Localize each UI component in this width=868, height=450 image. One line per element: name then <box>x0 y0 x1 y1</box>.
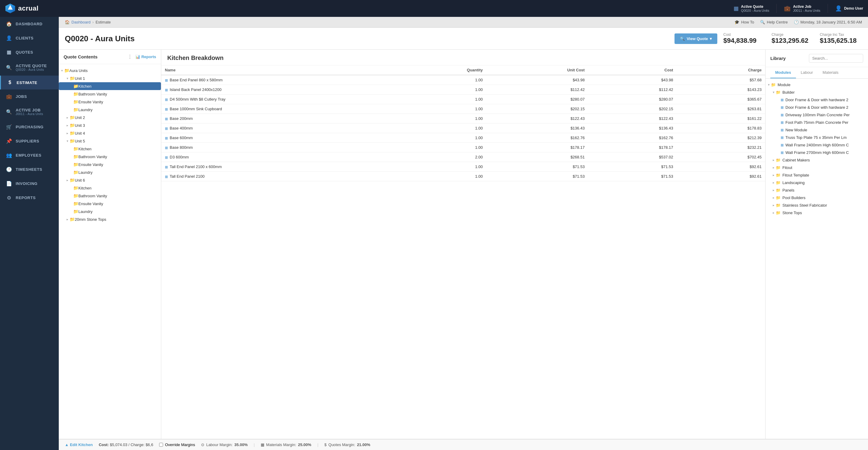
sidebar-item-employees[interactable]: 👥 EMPLOYEES <box>0 148 59 162</box>
more-options-icon[interactable]: ⋮ <box>127 54 132 60</box>
library-search-input[interactable] <box>809 54 863 63</box>
sidebar-item-reports[interactable]: ⊙ REPORTS <box>0 191 59 205</box>
table-row[interactable]: ▦Base 400mm 1.00 $136.43 $136.43 $178.83 <box>161 124 765 133</box>
tree-item-kitchen[interactable]: 📁 Kitchen <box>59 82 161 90</box>
lib-item-panels[interactable]: ▸📁Panels <box>766 187 868 194</box>
lib-item-pool_builders[interactable]: ▸📁Pool Builders <box>766 194 868 201</box>
row-qty: 1.00 <box>391 133 487 143</box>
tree-item-bathroom_vanity_1[interactable]: 📁 Bathroom Vanity <box>59 90 161 98</box>
sidebar-item-purchasing[interactable]: 🛒 PURCHASING <box>0 120 59 134</box>
sidebar-item-timesheets[interactable]: 🕐 TIMESHEETS <box>0 162 59 176</box>
lib-item-fitout_template[interactable]: ▸📁Fitout Template <box>766 171 868 179</box>
sidebar-item-estimate[interactable]: $ ESTIMATE <box>0 75 59 90</box>
tree-icon: ▸ <box>67 218 68 221</box>
table-row[interactable]: ▦Base 600mm 1.00 $162.76 $162.76 $212.39 <box>161 133 765 143</box>
lib-item-foot_path[interactable]: ▾▦Foot Path 75mm Plain Concrete Per <box>766 119 868 126</box>
table-row[interactable]: ▦Island Back Panel 2400x1200 1.00 $112.4… <box>161 85 765 95</box>
user-badge[interactable]: 👤 Demo User <box>835 5 863 12</box>
main-layout: 🏠 DASHBOARD 👤 CLIENTS ▦ QUOTES 🔍 ACTIVE … <box>0 17 868 450</box>
breadcrumb-home[interactable]: Dashboard <box>71 20 91 24</box>
lib-item-landscaping[interactable]: ▸📁Landscaping <box>766 179 868 187</box>
tree-item-ensuite_vanity_6[interactable]: 📁 Ensuite Vanity <box>59 200 161 207</box>
row-qty: 1.00 <box>391 114 487 124</box>
tree-item-ensuite_vanity_5[interactable]: 📁 Ensuite Vanity <box>59 161 161 168</box>
tree-item-unit4[interactable]: ▸ 📁 Unit 4 <box>59 129 161 137</box>
tree-item-laundry_5[interactable]: 📁 Laundry <box>59 168 161 176</box>
edit-kitchen-button[interactable]: ▲ Edit Kitchen <box>65 443 93 447</box>
lib-item-module[interactable]: ▾📁Module <box>766 81 868 89</box>
view-quote-button[interactable]: 🔍 View Quote ▾ <box>675 33 717 44</box>
library-tabs: Modules Labour Materials <box>766 67 868 78</box>
row-unit-cost: $202.15 <box>487 104 588 114</box>
table-row[interactable]: ▦Base End Panel 860 x 580mm 1.00 $43.98 … <box>161 75 765 85</box>
lib-item-new_module[interactable]: ▾▦New Module <box>766 126 868 134</box>
table-row[interactable]: ▦Tall End Panel 2100 x 600mm 1.00 $71.53… <box>161 162 765 172</box>
sidebar-item-clients[interactable]: 👤 CLIENTS <box>0 31 59 45</box>
app-logo <box>5 3 16 14</box>
lib-item-cabinet_makers[interactable]: ▸📁Cabinet Makers <box>766 156 868 164</box>
tree-item-ensuite_vanity_1[interactable]: 📁 Ensuite Vanity <box>59 98 161 106</box>
sidebar-item-active-job[interactable]: 🔍 ACTIVE JOB J0011 - Aura Units <box>0 104 59 120</box>
tree-item-laundry_1[interactable]: 📁 Laundry <box>59 106 161 114</box>
tree-item-kitchen6[interactable]: 📁 Kitchen <box>59 184 161 192</box>
sidebar-item-active-quote[interactable]: 🔍 ACTIVE QUOTE Q0020 - Aura Units <box>0 59 59 75</box>
row-qty: 1.00 <box>391 124 487 133</box>
active-quote-badge[interactable]: ▦ Active Quote Q0020 - Aura Units <box>734 4 770 12</box>
sidebar-item-invoicing[interactable]: 📄 INVOICING <box>0 176 59 191</box>
breakdown-table-scroll[interactable]: Name Quantity Unit Cost Cost Charge ▦Bas… <box>161 65 765 439</box>
tab-labour[interactable]: Labour <box>796 67 818 78</box>
table-row[interactable]: ▦Base 1000mm Sink Cupboard 1.00 $202.15 … <box>161 104 765 114</box>
tree-item-bathroom_vanity_5[interactable]: 📁 Bathroom Vanity <box>59 153 161 161</box>
lib-item-wall_frame_2400[interactable]: ▾▦Wall Frame 2400mm High 600mm C <box>766 141 868 149</box>
breadcrumb-sep: › <box>93 20 94 24</box>
left-pane-header: Quote Contents ⋮ 📊 Reports <box>59 50 161 64</box>
tab-materials[interactable]: Materials <box>818 67 843 78</box>
tree-item-unit6[interactable]: ▸ 📁 Unit 6 <box>59 176 161 184</box>
lib-item-stone_tops_lib[interactable]: ▸📁Stone Tops <box>766 209 868 217</box>
table-row[interactable]: ▦Tall End Panel 2100 1.00 $71.53 $71.53 … <box>161 172 765 181</box>
reports-button[interactable]: 📊 Reports <box>135 55 156 59</box>
lib-module-icon: ▦ <box>781 143 784 147</box>
lib-folder-icon: 📁 <box>776 211 781 215</box>
tree-item-bathroom_vanity_6[interactable]: 📁 Bathroom Vanity <box>59 192 161 200</box>
tree-item-unit2[interactable]: ▸ 📁 Unit 2 <box>59 114 161 121</box>
tree-item-stone_tops[interactable]: ▸ 📁 20mm Stone Tops <box>59 215 161 223</box>
active-job-badge[interactable]: 💼 Active Job J0011 - Aura Units <box>784 4 820 12</box>
row-charge: $57.68 <box>677 75 765 85</box>
tree-item-unit3[interactable]: ▸ 📁 Unit 3 <box>59 121 161 129</box>
help-centre-link[interactable]: 🔍 Help Centre <box>760 20 787 24</box>
module-icon: ▦ <box>165 98 168 101</box>
tree-item-kitchen5[interactable]: 📁 Kitchen <box>59 145 161 153</box>
lib-item-door_frame_2[interactable]: ▾▦Door Frame & Door with hardware 2 <box>766 104 868 111</box>
table-row[interactable]: ▦D3 600mm 2.00 $268.51 $537.02 $702.45 <box>161 152 765 162</box>
lib-item-truss[interactable]: ▾▦Truss Top Plate 75 x 35mm Per Lm <box>766 134 868 141</box>
table-row[interactable]: ▦Base 200mm 1.00 $122.43 $122.43 $161.22 <box>161 114 765 124</box>
three-pane: Quote Contents ⋮ 📊 Reports ▾ 📁 Aura Unit… <box>59 50 868 439</box>
table-row[interactable]: ▦Base 800mm 1.00 $178.17 $178.17 $232.21 <box>161 143 765 152</box>
lib-item-builder[interactable]: ▾📁Builder <box>766 89 868 96</box>
lib-item-fitout[interactable]: ▸📁Fitout <box>766 164 868 171</box>
tab-modules[interactable]: Modules <box>770 67 796 78</box>
home-icon: 🏠 <box>65 20 70 24</box>
how-to-link[interactable]: 🎓 How To <box>735 20 754 24</box>
sidebar-item-quotes[interactable]: ▦ QUOTES <box>0 45 59 59</box>
row-unit-cost: $280.07 <box>487 95 588 104</box>
tree-item-laundry_6[interactable]: 📁 Laundry <box>59 207 161 215</box>
lib-item-wall_frame_2700[interactable]: ▾▦Wall Frame 2700mm High 600mm C <box>766 149 868 156</box>
override-margins-check[interactable]: Override Margins <box>159 443 195 447</box>
sidebar-item-suppliers[interactable]: 📌 SUPPLIERS <box>0 134 59 148</box>
tree-item-unit1[interactable]: ▾ 📁 Unit 1 <box>59 74 161 82</box>
row-qty: 1.00 <box>391 162 487 172</box>
lib-item-door_frame_1[interactable]: ▾▦Door Frame & Door with hardware 2 <box>766 96 868 104</box>
row-unit-cost: $178.17 <box>487 143 588 152</box>
sidebar-item-dashboard[interactable]: 🏠 DASHBOARD <box>0 17 59 31</box>
table-row[interactable]: ▦D4 500mm With $8 Cutlery Tray 1.00 $280… <box>161 95 765 104</box>
tree-item-aura_units[interactable]: ▾ 📁 Aura Units <box>59 67 161 74</box>
tree-item-unit5[interactable]: ▾ 📁 Unit 5 <box>59 137 161 145</box>
lib-item-stainless[interactable]: ▸📁Stainless Steel Fabricator <box>766 201 868 209</box>
lib-folder-icon: 📁 <box>776 90 781 95</box>
sidebar-item-jobs[interactable]: 💼 JOBS <box>0 90 59 104</box>
lib-item-driveway[interactable]: ▾▦Driveway 100mm Plain Concrete Per <box>766 111 868 119</box>
override-checkbox[interactable] <box>159 443 163 447</box>
row-unit-cost: $71.53 <box>487 162 588 172</box>
